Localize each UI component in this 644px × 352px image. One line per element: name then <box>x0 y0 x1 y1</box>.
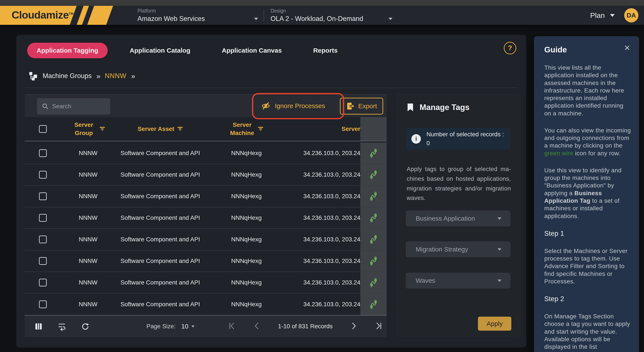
row-checkbox[interactable] <box>39 300 47 308</box>
divider <box>24 88 518 88</box>
filter-icon[interactable] <box>177 126 183 132</box>
column-header-server-truncated[interactable]: Server <box>342 125 360 132</box>
column-header-server-machine[interactable]: Server Machine <box>230 121 255 137</box>
export-icon <box>346 102 355 110</box>
cell-server-machine: NNNqHexg <box>206 250 287 272</box>
design-selector[interactable]: Design OLA 2 - Workload, On-Demand <box>270 8 392 23</box>
table-row[interactable]: NNNW Software Component and API NNNqHexg… <box>24 229 386 250</box>
column-header-server-group[interactable]: Server Group <box>71 121 96 137</box>
business-application-dropdown[interactable]: Business Application <box>406 211 510 227</box>
cell-server-ip: 34.236.103.0, 203.24 <box>287 150 360 156</box>
table-row[interactable]: NNNW Software Component and API NNNqHexg… <box>24 207 386 229</box>
breadcrumb-root[interactable]: Machine Groups <box>43 72 92 80</box>
chevron-down-icon <box>610 14 615 17</box>
table-row[interactable]: NNNW Software Component and API NNNqHexg… <box>24 164 386 186</box>
table-row[interactable]: NNNW Software Component and API NNNqHexg… <box>24 272 386 294</box>
tab-reports[interactable]: Reports <box>304 43 347 58</box>
table-row[interactable]: NNNW Software Component and API NNNqHexg… <box>24 186 386 207</box>
ignore-processes-button[interactable]: Ignore Processes <box>261 95 325 117</box>
chevron-down-icon <box>498 280 502 282</box>
chevron-down-icon <box>192 325 194 327</box>
cell-server-machine: NNNqHexg <box>206 272 287 293</box>
platform-selector[interactable]: Platform Amazon Web Services <box>138 8 258 23</box>
page-size-select[interactable]: 10 <box>181 323 194 330</box>
breadcrumb-separator: » <box>131 72 135 80</box>
cell-server-machine: NNNqHexg <box>206 229 287 250</box>
guide-paragraph: You can also view the incoming and outgo… <box>544 127 631 157</box>
waves-dropdown[interactable]: Waves <box>406 273 510 289</box>
table-row[interactable]: NNNW Software Component and API NNNqHexg… <box>24 142 386 164</box>
guide-step2-text: On Manage Tags Section choose a tag you … <box>544 312 631 350</box>
machine-groups-icon <box>28 71 38 81</box>
tab-bar: Application Tagging Application Catalog … <box>27 43 360 58</box>
help-button[interactable]: ? <box>504 42 516 54</box>
guide-paragraph: This view lists all the application inst… <box>544 64 631 117</box>
cell-server-machine: NNNqHexg <box>206 164 287 185</box>
chevron-down-icon <box>498 217 502 220</box>
user-avatar[interactable]: DA <box>624 8 638 23</box>
row-checkbox[interactable] <box>39 214 47 222</box>
tab-application-tagging[interactable]: Application Tagging <box>27 43 108 58</box>
tab-application-catalog[interactable]: Application Catalog <box>120 43 200 58</box>
row-checkbox[interactable] <box>39 192 47 200</box>
connections-wire-icon[interactable] <box>368 213 378 223</box>
column-header-server-asset[interactable]: Server Asset <box>138 125 174 132</box>
row-checkbox[interactable] <box>39 171 47 179</box>
next-page-icon[interactable] <box>350 322 358 331</box>
wrap-text-icon[interactable] <box>57 322 66 331</box>
chevron-down-icon[interactable] <box>388 18 392 20</box>
plan-menu[interactable]: Plan <box>590 11 615 20</box>
cell-server-asset: Software Component and API <box>115 164 206 185</box>
cell-server-ip: 34.236.103.0, 203.24 <box>287 236 360 243</box>
cloudamize-logo: CloudamizeTM <box>0 6 129 25</box>
export-button[interactable]: Export <box>340 98 383 114</box>
cell-server-group: NNNW <box>61 142 115 164</box>
cell-server-machine: NNNqHexg <box>206 207 287 228</box>
view-columns-icon[interactable] <box>34 322 43 331</box>
row-checkbox[interactable] <box>39 149 47 157</box>
info-icon: i <box>412 134 421 144</box>
table-row[interactable]: NNNW Software Component and API NNNqHexg… <box>24 294 386 315</box>
connections-wire-icon[interactable] <box>368 278 378 287</box>
search-box[interactable] <box>37 98 110 114</box>
platform-label: Platform <box>138 8 258 14</box>
bookmark-icon <box>407 103 414 112</box>
chevron-down-icon[interactable] <box>254 18 258 20</box>
connections-wire-icon[interactable] <box>368 256 378 266</box>
cell-server-group: NNNW <box>61 294 115 315</box>
last-page-icon[interactable] <box>375 322 382 331</box>
filter-icon[interactable] <box>258 126 264 132</box>
search-input[interactable] <box>52 103 130 110</box>
filter-icon[interactable] <box>100 126 105 132</box>
guide-paragraph: Use this view to identify and group the … <box>544 166 631 220</box>
row-checkbox[interactable] <box>39 257 47 265</box>
platform-value: Amazon Web Services <box>138 15 205 23</box>
tab-application-canvas[interactable]: Application Canvas <box>212 43 291 58</box>
pagination: 1-10 of 831 Records <box>228 322 382 331</box>
select-all-checkbox[interactable] <box>39 125 47 133</box>
cell-server-asset: Software Component and API <box>115 294 206 315</box>
cell-server-group: NNNW <box>61 250 115 272</box>
table-row[interactable]: NNNW Software Component and API NNNqHexg… <box>24 250 386 272</box>
cell-server-group: NNNW <box>61 186 115 207</box>
connections-wire-icon[interactable] <box>368 148 378 158</box>
apply-button[interactable]: Apply <box>478 317 511 331</box>
migration-strategy-dropdown[interactable]: Migration Strategy <box>406 241 510 257</box>
green-wire-text: green wire <box>544 150 573 156</box>
refresh-icon[interactable] <box>80 322 90 331</box>
connections-wire-icon[interactable] <box>368 170 378 180</box>
search-icon <box>42 103 49 110</box>
connections-wire-icon[interactable] <box>368 191 378 201</box>
cell-server-asset: Software Component and API <box>115 207 206 228</box>
previous-page-icon[interactable] <box>253 322 260 331</box>
connections-wire-icon[interactable] <box>368 299 378 309</box>
close-icon[interactable]: × <box>624 43 630 53</box>
plan-label: Plan <box>590 11 605 20</box>
breadcrumb-current[interactable]: NNNW <box>105 72 126 80</box>
guide-body: This view lists all the application inst… <box>544 64 631 352</box>
row-checkbox[interactable] <box>39 236 47 243</box>
first-page-icon[interactable] <box>228 322 236 331</box>
connections-wire-icon[interactable] <box>368 234 378 244</box>
window-top-strip <box>0 0 644 6</box>
row-checkbox[interactable] <box>39 279 47 286</box>
